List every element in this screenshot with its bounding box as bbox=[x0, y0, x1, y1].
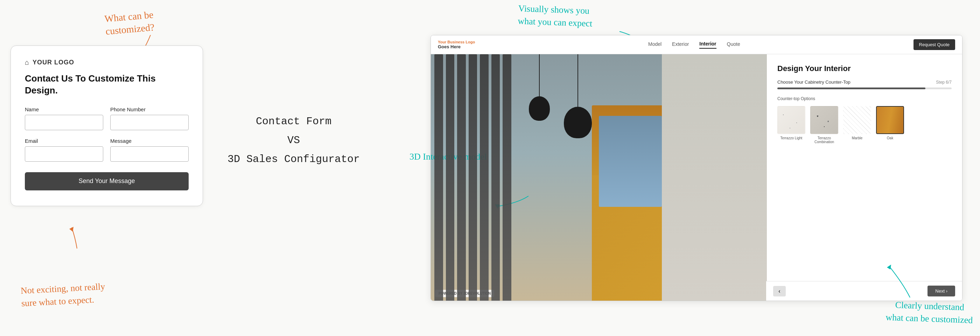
wall-slat bbox=[469, 54, 477, 301]
wall-slat bbox=[434, 54, 443, 301]
wall-slat bbox=[492, 54, 500, 301]
contact-form-card: ⌂ YOUR LOGO Contact Us To Customize This… bbox=[11, 46, 203, 206]
name-input[interactable] bbox=[25, 115, 103, 130]
config-options-panel: Design Your Interior Choose Your Cabinet… bbox=[767, 54, 962, 301]
back-button[interactable]: ‹ bbox=[773, 286, 786, 296]
pendant-light-1 bbox=[529, 54, 550, 121]
phone-group: Phone Number bbox=[110, 107, 189, 130]
cabinet-blue-panel bbox=[599, 116, 662, 207]
swatch-marble-label: Marble bbox=[852, 136, 863, 140]
pendant-light-2 bbox=[564, 54, 592, 138]
comparison-line1: Contact Form bbox=[228, 112, 360, 131]
name-phone-row: Name Phone Number bbox=[25, 107, 189, 130]
comparison-line3: 3D Sales Configurator bbox=[228, 150, 360, 169]
config-body: POWERED BY 3DREVOLUTION Design Your Inte… bbox=[431, 54, 962, 301]
nav-exterior[interactable]: Exterior bbox=[672, 41, 689, 48]
swatch-oak-label: Oak bbox=[887, 136, 893, 140]
annotation-not-exciting: Not exciting, not really sure what to ex… bbox=[20, 280, 106, 310]
annotation-visually-shows: Visually shows you what you can expect bbox=[518, 2, 593, 30]
countertop-option-terrazzo-light[interactable]: Terrazzo Light bbox=[777, 106, 805, 144]
config-step-number: Step 6/7 bbox=[936, 80, 951, 85]
countertop-option-oak[interactable]: Oak bbox=[876, 106, 904, 144]
swatch-terrazzo-light[interactable] bbox=[777, 106, 805, 134]
logo-text: YOUR LOGO bbox=[33, 59, 74, 66]
config-step-row: Choose Your Cabinetry Counter-Top Step 6… bbox=[777, 80, 951, 85]
config-logo-top: Your Business Logo bbox=[438, 40, 475, 44]
pendant-shade bbox=[564, 107, 592, 138]
nav-model[interactable]: Model bbox=[648, 41, 662, 48]
progress-bar-fill bbox=[777, 88, 925, 89]
config-step-label: Choose Your Cabinetry Counter-Top bbox=[777, 80, 851, 85]
config-header: Your Business Logo Goes Here Model Exter… bbox=[431, 35, 962, 54]
wall-slats bbox=[431, 54, 515, 301]
wall-slat bbox=[457, 54, 466, 301]
background-wall bbox=[662, 54, 767, 301]
logo-row: ⌂ YOUR LOGO bbox=[25, 59, 189, 67]
wall-slat bbox=[503, 54, 511, 301]
swatch-marble[interactable] bbox=[843, 106, 871, 134]
config-logo: Your Business Logo Goes Here bbox=[438, 40, 475, 49]
annotation-clearly-understand: Clearly understand what can be customize… bbox=[886, 299, 974, 327]
phone-label: Phone Number bbox=[110, 107, 189, 112]
message-label: Message bbox=[110, 138, 189, 144]
svg-marker-1 bbox=[69, 227, 73, 232]
nav-interior[interactable]: Interior bbox=[699, 41, 716, 49]
name-label: Name bbox=[25, 107, 103, 112]
viewport-scene: POWERED BY 3DREVOLUTION bbox=[431, 54, 767, 301]
configurator-window: Your Business Logo Goes Here Model Exter… bbox=[431, 35, 963, 301]
config-logo-bottom: Goes Here bbox=[438, 44, 475, 49]
name-group: Name bbox=[25, 107, 103, 130]
phone-input[interactable] bbox=[110, 115, 189, 130]
countertop-option-marble[interactable]: Marble bbox=[843, 106, 871, 144]
pendant-wire bbox=[539, 54, 540, 96]
annotation-what-customized: What can be customized? bbox=[104, 8, 155, 38]
right-section: Visually shows you what you can expect Y… bbox=[402, 0, 980, 336]
config-section-title: Design Your Interior bbox=[777, 64, 951, 73]
swatch-oak[interactable] bbox=[876, 106, 904, 134]
request-quote-button[interactable]: Request Quote bbox=[913, 39, 955, 50]
next-button[interactable]: Next › bbox=[928, 286, 955, 296]
message-input[interactable] bbox=[110, 146, 189, 162]
config-nav: Model Exterior Interior Quote bbox=[648, 41, 740, 49]
home-icon: ⌂ bbox=[25, 59, 29, 67]
progress-bar-bg bbox=[777, 88, 951, 89]
pendant-wire bbox=[578, 54, 578, 107]
send-button[interactable]: Send Your Message bbox=[25, 172, 189, 190]
email-group: Email bbox=[25, 138, 103, 162]
swatch-terrazzo-combo[interactable] bbox=[810, 106, 838, 134]
email-message-row: Email Message bbox=[25, 138, 189, 162]
options-label: Counter-top Options bbox=[777, 96, 951, 101]
pendant-shade bbox=[529, 96, 550, 121]
viewport: POWERED BY 3DREVOLUTION bbox=[431, 54, 767, 301]
message-group: Message bbox=[110, 138, 189, 162]
nav-quote[interactable]: Quote bbox=[727, 41, 740, 48]
wall-slat bbox=[480, 54, 488, 301]
config-bottom-nav: ‹ Next › bbox=[766, 281, 962, 301]
middle-comparison-text: Contact Form VS 3D Sales Configurator bbox=[228, 112, 360, 169]
swatch-terrazzo-light-label: Terrazzo Light bbox=[781, 136, 803, 140]
wall-slat bbox=[446, 54, 455, 301]
comparison-line2: VS bbox=[228, 131, 360, 150]
countertop-options: Terrazzo Light Terrazzo Combination Marb… bbox=[777, 106, 951, 144]
swatch-terrazzo-combo-label: Terrazzo Combination bbox=[810, 136, 838, 144]
email-label: Email bbox=[25, 138, 103, 144]
email-input[interactable] bbox=[25, 146, 103, 162]
form-title: Contact Us To Customize This Design. bbox=[25, 73, 189, 97]
countertop-option-terrazzo-combo[interactable]: Terrazzo Combination bbox=[810, 106, 838, 144]
